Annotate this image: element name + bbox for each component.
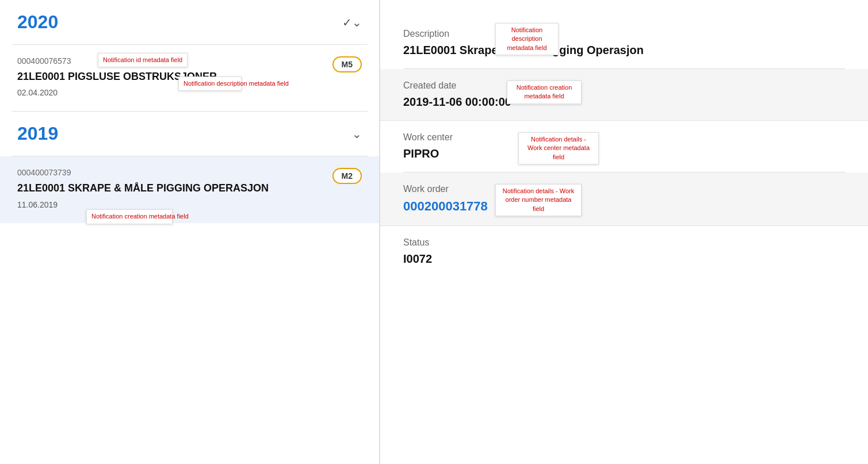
notification-item-2020[interactable]: Notification id metadata field 000400076… bbox=[0, 45, 379, 111]
created-date-label: Created date bbox=[403, 80, 845, 91]
notification-type-badge-2019: M2 bbox=[332, 168, 362, 184]
tooltip-notification-desc-2020: Notification description metadata field bbox=[178, 76, 242, 91]
year-2019-title: 2019 bbox=[17, 123, 58, 144]
work-center-section: Work center Notification details - Work … bbox=[403, 121, 845, 172]
tooltip-created-date-right: Notification creation metadata field bbox=[507, 80, 582, 104]
created-date-value: 2019-11-06 00:00:00 bbox=[403, 95, 845, 109]
tooltip-notification-creation-2019: Notification creation metadata field bbox=[86, 209, 173, 224]
year-2020-title: 2020 bbox=[17, 11, 58, 33]
notification-item-2019[interactable]: 000400073739 M2 21LE0001 SKRAPE & MÅLE P… bbox=[0, 156, 379, 223]
notification-id-2019: 000400073739 bbox=[17, 168, 362, 177]
tooltip-notification-id: Notification id metadata field bbox=[98, 53, 188, 67]
year-2020-header[interactable]: 2020 ✓⌄ bbox=[0, 0, 379, 44]
tooltip-work-center-right: Notification details - Work center metad… bbox=[518, 132, 599, 164]
status-value: I0072 bbox=[403, 252, 845, 266]
right-panel: Description Notification description met… bbox=[380, 0, 868, 464]
year-2019-header[interactable]: 2019 ⌄ bbox=[0, 112, 379, 156]
work-center-label: Work center bbox=[403, 132, 845, 143]
tooltip-description-right: Notification description metadata field bbox=[495, 23, 559, 55]
work-center-value: PIPRO bbox=[403, 147, 845, 160]
description-section: Description Notification description met… bbox=[403, 17, 845, 69]
tooltip-work-order-right: Notification details - Work order number… bbox=[495, 184, 582, 216]
created-date-section: Created date Notification creation metad… bbox=[380, 69, 868, 121]
notification-date-2019: 11.06.2019 bbox=[17, 200, 362, 209]
work-order-section: Work order Notification details - Work o… bbox=[380, 172, 868, 226]
status-label: Status bbox=[403, 237, 845, 248]
notification-type-badge-2020: M5 bbox=[332, 56, 362, 72]
left-panel: 2020 ✓⌄ Notification id metadata field 0… bbox=[0, 0, 380, 464]
description-label: Description bbox=[403, 29, 845, 39]
chevron-down-icon-2019: ⌄ bbox=[352, 127, 362, 141]
description-value: 21LE0001 Skrape & Måle Pigging Operasjon bbox=[403, 44, 845, 57]
notification-title-2019: 21LE0001 SKRAPE & MÅLE PIGGING OPERASJON bbox=[17, 182, 362, 195]
chevron-down-icon: ✓⌄ bbox=[342, 16, 362, 29]
work-order-value[interactable]: 000200031778 bbox=[403, 199, 488, 213]
work-order-label: Work order bbox=[403, 184, 845, 194]
notification-id-2020: 000400076573 bbox=[17, 56, 362, 66]
status-section: Status I0072 bbox=[403, 226, 845, 277]
